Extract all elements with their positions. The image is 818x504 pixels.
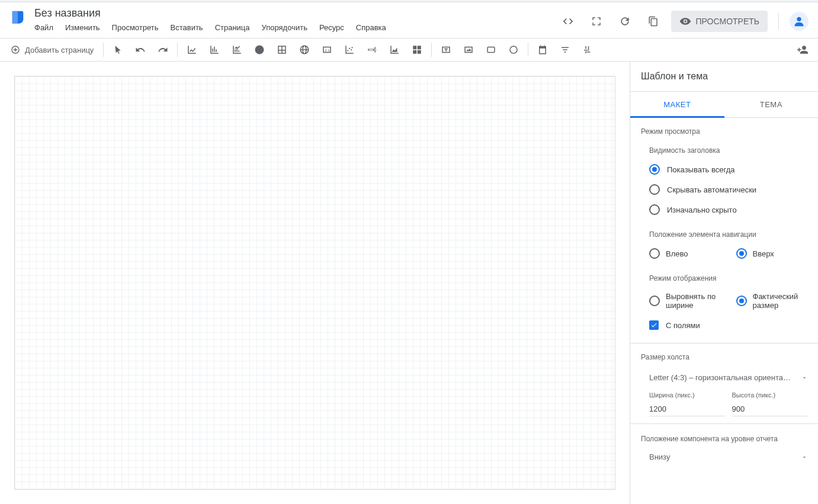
checkbox-label: С полями — [666, 321, 700, 330]
selection-tool-icon[interactable] — [108, 40, 127, 59]
panel-title: Шаблон и тема — [630, 62, 818, 92]
scorecard-icon[interactable]: 2.1 — [317, 40, 336, 59]
fullscreen-icon[interactable] — [586, 11, 607, 32]
scatter-chart-icon[interactable] — [340, 40, 359, 59]
menu-edit[interactable]: Изменить — [65, 23, 100, 32]
menu-help[interactable]: Справка — [356, 23, 386, 32]
chevron-down-icon — [801, 454, 807, 460]
date-range-icon[interactable] — [533, 40, 552, 59]
radio-label: Вверх — [753, 249, 774, 258]
geo-chart-icon[interactable] — [295, 40, 314, 59]
undo-icon[interactable] — [131, 40, 150, 59]
tab-layout[interactable]: МАКЕТ — [630, 92, 724, 118]
bar-chart-icon[interactable] — [205, 40, 224, 59]
app-logo-icon — [9, 7, 34, 27]
dropdown-value: Внизу — [649, 452, 670, 461]
chevron-down-icon — [801, 375, 807, 381]
height-input[interactable] — [732, 402, 808, 416]
component-position-dropdown[interactable]: Внизу — [649, 452, 807, 461]
radio-header-always[interactable]: Показывать всегда — [630, 159, 818, 179]
divider — [528, 43, 528, 57]
filter-icon[interactable] — [556, 40, 575, 59]
radio-label: Выровнять по ширине — [666, 292, 727, 310]
menu-resource[interactable]: Ресурс — [319, 23, 344, 32]
svg-point-3 — [349, 48, 350, 49]
text-box-icon[interactable] — [437, 40, 455, 59]
width-label: Ширина (пикс.) — [649, 391, 725, 399]
radio-label: Скрывать автоматически — [667, 185, 756, 194]
svg-rect-6 — [487, 47, 495, 53]
eye-icon — [679, 15, 691, 27]
doc-title[interactable]: Без названия — [34, 7, 386, 20]
display-mode-title: Режим отображения — [630, 264, 818, 287]
radio-label: Изначально скрыто — [667, 206, 737, 214]
section-view-mode-title: Режим просмотра — [630, 118, 818, 140]
radio-label: Фактический размер — [753, 292, 814, 310]
app-header: Без названия Файл Изменить Просмотреть В… — [0, 2, 818, 38]
circle-icon[interactable] — [504, 40, 523, 59]
add-people-icon[interactable] — [793, 40, 812, 59]
menu-insert[interactable]: Вставить — [171, 23, 203, 32]
radio-label: Влево — [666, 249, 688, 258]
refresh-icon[interactable] — [614, 11, 636, 32]
table-icon[interactable] — [272, 40, 291, 59]
canvas-size-preset-dropdown[interactable]: Letter (4:3) – горизонтальная ориента… — [649, 373, 807, 382]
menu-page[interactable]: Страница — [215, 23, 250, 32]
menu-file[interactable]: Файл — [34, 23, 53, 32]
area-chart-icon[interactable] — [385, 40, 404, 59]
svg-point-7 — [510, 46, 517, 53]
combo-chart-icon[interactable] — [227, 40, 246, 59]
nav-position-title: Положение элемента навигации — [630, 220, 818, 243]
report-canvas[interactable] — [14, 76, 615, 490]
canvas-size-title: Размер холста — [630, 344, 818, 366]
side-panel: Шаблон и тема МАКЕТ ТЕМА Режим просмотра… — [630, 62, 818, 504]
divider — [103, 43, 104, 57]
tab-theme[interactable]: ТЕМА — [724, 92, 819, 118]
radio-icon — [736, 248, 747, 259]
radio-icon — [649, 184, 660, 195]
embed-icon[interactable] — [557, 11, 579, 32]
checkbox-icon — [649, 320, 659, 330]
pivot-table-icon[interactable] — [408, 40, 426, 59]
data-control-icon[interactable] — [578, 40, 597, 59]
radio-nav-left[interactable]: Влево — [630, 243, 732, 264]
divider — [778, 13, 779, 30]
menu-view[interactable]: Просмотреть — [112, 23, 159, 32]
radio-actual-size[interactable]: Фактический размер — [732, 287, 819, 314]
pie-chart-icon[interactable] — [250, 40, 269, 59]
radio-header-autohide[interactable]: Скрывать автоматически — [630, 179, 818, 200]
redo-icon[interactable] — [153, 40, 172, 59]
radio-icon — [649, 204, 660, 215]
radio-fit-width[interactable]: Выровнять по ширине — [630, 287, 732, 314]
radio-icon — [736, 296, 747, 306]
radio-label: Показывать всегда — [667, 165, 734, 174]
radio-header-hidden[interactable]: Изначально скрыто — [630, 200, 818, 220]
svg-point-5 — [352, 47, 353, 48]
radio-nav-top[interactable]: Вверх — [732, 243, 819, 264]
line-chart-icon[interactable] — [182, 40, 201, 59]
rectangle-icon[interactable] — [482, 40, 501, 59]
toolbar: Добавить страницу 2.1 — [0, 38, 818, 62]
add-page-button[interactable]: Добавить страницу — [6, 41, 98, 58]
divider — [431, 43, 432, 57]
copy-icon[interactable] — [643, 11, 664, 32]
menu-arrange[interactable]: Упорядочить — [262, 23, 307, 32]
report-canvas-area[interactable] — [0, 62, 630, 504]
image-icon[interactable] — [459, 40, 478, 59]
divider — [177, 43, 178, 57]
user-avatar[interactable] — [790, 12, 809, 31]
svg-point-2 — [347, 50, 348, 51]
header-visibility-title: Видимость заголовка — [630, 140, 818, 159]
height-label: Высота (пикс.) — [732, 391, 808, 399]
width-input[interactable] — [649, 402, 725, 416]
svg-point-0 — [797, 17, 801, 21]
radio-icon — [649, 296, 660, 306]
radio-icon — [649, 248, 660, 259]
radio-icon — [649, 164, 660, 175]
bullet-chart-icon[interactable] — [363, 40, 381, 59]
dropdown-value: Letter (4:3) – горизонтальная ориента… — [649, 373, 801, 382]
add-page-label: Добавить страницу — [25, 46, 94, 54]
plus-circle-icon — [11, 45, 20, 54]
checkbox-margins[interactable]: С полями — [630, 314, 818, 336]
preview-button[interactable]: ПРОСМОТРЕТЬ — [671, 11, 768, 32]
